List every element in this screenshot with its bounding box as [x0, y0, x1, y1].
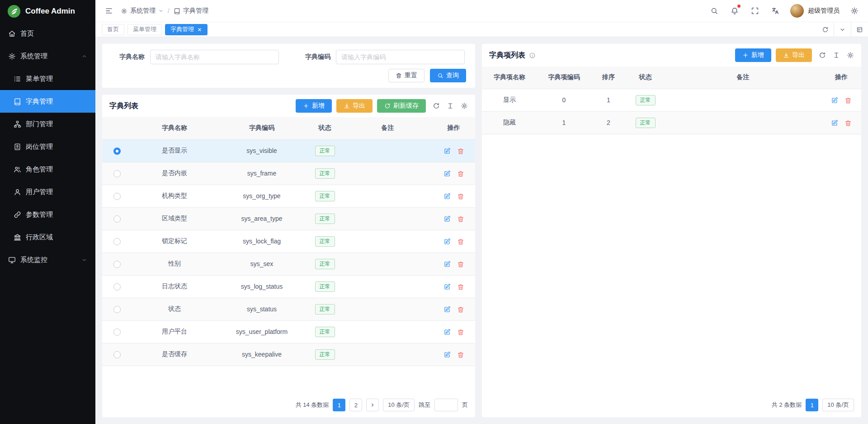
export-dict-item-button[interactable]: 导出 — [776, 48, 812, 62]
delete-icon[interactable] — [457, 261, 464, 268]
refresh-tab-button[interactable] — [816, 22, 834, 37]
table-row[interactable]: 状态 sys_status 正常 — [102, 298, 475, 320]
row-radio[interactable] — [113, 351, 121, 358]
table-settings-button[interactable] — [847, 52, 854, 59]
edit-icon[interactable] — [443, 283, 451, 291]
sidebar-item-home[interactable]: 首页 — [0, 22, 95, 45]
delete-icon[interactable] — [457, 170, 464, 177]
delete-icon[interactable] — [457, 329, 464, 336]
sidebar-item-label: 系统管理 — [20, 52, 47, 61]
table-row[interactable]: 性别 sys_sex 正常 — [102, 252, 475, 275]
edit-icon[interactable] — [443, 238, 451, 245]
delete-icon[interactable] — [457, 148, 464, 155]
sidebar-collapse-button[interactable] — [104, 5, 114, 16]
table-row[interactable]: 锁定标记 sys_lock_flag 正常 — [102, 230, 475, 252]
row-radio[interactable] — [113, 148, 121, 155]
reload-table-button[interactable] — [819, 52, 826, 59]
reset-button[interactable]: 重置 — [388, 69, 425, 82]
dict-name-input[interactable] — [150, 50, 279, 64]
gear-icon — [8, 52, 16, 60]
delete-icon[interactable] — [457, 351, 464, 358]
edit-icon[interactable] — [831, 97, 838, 104]
row-radio[interactable] — [113, 193, 121, 200]
reload-table-button[interactable] — [433, 102, 440, 110]
layout-toggle-button[interactable] — [851, 22, 868, 37]
next-page-button[interactable] — [366, 399, 379, 411]
row-radio[interactable] — [113, 261, 121, 268]
table-row[interactable]: 日志状态 sys_log_status 正常 — [102, 275, 475, 298]
page-size-select[interactable]: 10 条/页 — [822, 399, 854, 411]
edit-icon[interactable] — [443, 261, 451, 268]
table-row[interactable]: 是否显示 sys_visible 正常 — [102, 139, 475, 162]
edit-icon[interactable] — [443, 193, 451, 200]
table-row[interactable]: 显示 0 1 正常 — [482, 89, 861, 111]
edit-icon[interactable] — [443, 351, 451, 358]
remark-cell — [343, 320, 432, 343]
table-settings-button[interactable] — [461, 102, 468, 110]
tab-home[interactable]: 首页 — [102, 24, 124, 35]
edit-icon[interactable] — [443, 170, 451, 177]
edit-icon[interactable] — [443, 148, 451, 155]
edit-icon[interactable] — [443, 306, 451, 313]
sidebar-item-menu-management[interactable]: 菜单管理 — [0, 67, 95, 90]
delete-icon[interactable] — [844, 119, 852, 127]
settings-button[interactable] — [849, 5, 860, 16]
page-jump-input[interactable] — [434, 399, 458, 411]
page-size-select[interactable]: 10 条/页 — [383, 399, 415, 411]
edit-icon[interactable] — [443, 329, 451, 336]
table-row[interactable]: 区域类型 sys_area_type 正常 — [102, 207, 475, 230]
sidebar-item-dept-management[interactable]: 部门管理 — [0, 113, 95, 135]
delete-icon[interactable] — [457, 238, 464, 245]
sidebar-item-system-monitor[interactable]: 系统监控 — [0, 248, 95, 271]
row-radio[interactable] — [113, 329, 121, 336]
gear-icon — [461, 102, 468, 110]
table-row[interactable]: 是否内嵌 sys_frame 正常 — [102, 162, 475, 185]
table-row[interactable]: 是否缓存 sys_keepalive 正常 — [102, 343, 475, 366]
sidebar-item-system-management[interactable]: 系统管理 — [0, 45, 95, 67]
language-button[interactable] — [770, 5, 781, 16]
delete-icon[interactable] — [457, 193, 464, 200]
edit-icon[interactable] — [831, 119, 838, 127]
sidebar-item-post-management[interactable]: 岗位管理 — [0, 135, 95, 158]
tab-actions-button[interactable] — [834, 22, 851, 37]
page-2-button[interactable]: 2 — [349, 399, 362, 411]
delete-icon[interactable] — [457, 306, 464, 313]
status-badge: 正常 — [315, 191, 335, 201]
page-1-button[interactable]: 1 — [333, 399, 345, 411]
breadcrumb-system[interactable]: 系统管理 — [121, 7, 164, 15]
delete-icon[interactable] — [457, 215, 464, 223]
edit-icon[interactable] — [443, 215, 451, 223]
column-density-button[interactable] — [447, 102, 454, 110]
dict-code-input[interactable] — [336, 50, 465, 64]
tab-menu-management[interactable]: 菜单管理 — [127, 24, 162, 35]
row-radio[interactable] — [113, 283, 121, 291]
notifications-button[interactable] — [729, 5, 740, 16]
user-menu[interactable]: 超级管理员 — [790, 4, 840, 18]
add-dict-button[interactable]: 新增 — [296, 99, 332, 113]
query-button[interactable]: 查询 — [430, 69, 466, 82]
sidebar-item-dict-management[interactable]: 字典管理 — [0, 90, 95, 113]
add-dict-item-button[interactable]: 新增 — [735, 48, 771, 62]
delete-icon[interactable] — [844, 97, 852, 104]
close-icon[interactable] — [197, 27, 202, 32]
row-radio[interactable] — [113, 306, 121, 313]
sidebar-item-region-management[interactable]: 行政区域 — [0, 226, 95, 248]
row-radio[interactable] — [113, 238, 121, 245]
row-radio[interactable] — [113, 215, 121, 223]
export-dict-button[interactable]: 导出 — [336, 99, 373, 113]
table-row[interactable]: 用户平台 sys_user_platform 正常 — [102, 320, 475, 343]
table-row[interactable]: 机构类型 sys_org_type 正常 — [102, 185, 475, 207]
fullscreen-button[interactable] — [750, 5, 760, 16]
table-row[interactable]: 隐藏 1 2 正常 — [482, 111, 861, 134]
tab-dict-management[interactable]: 字典管理 — [165, 24, 208, 35]
delete-icon[interactable] — [457, 283, 464, 291]
row-radio[interactable] — [113, 170, 121, 177]
page-1-button[interactable]: 1 — [806, 399, 818, 411]
sidebar-item-user-management[interactable]: 用户管理 — [0, 181, 95, 203]
info-icon[interactable] — [529, 52, 536, 59]
refresh-cache-button[interactable]: 刷新缓存 — [377, 99, 426, 113]
global-search-button[interactable] — [709, 5, 720, 16]
sidebar-item-param-management[interactable]: 参数管理 — [0, 203, 95, 226]
sidebar-item-role-management[interactable]: 角色管理 — [0, 158, 95, 181]
column-density-button[interactable] — [833, 52, 840, 59]
